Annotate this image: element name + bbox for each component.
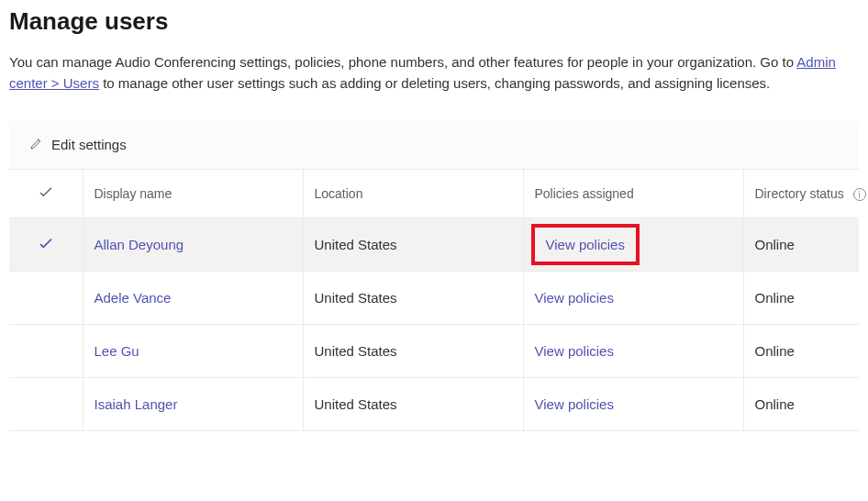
info-icon[interactable]: i <box>853 188 866 201</box>
row-select-cell[interactable] <box>9 272 83 325</box>
user-name-link[interactable]: Adele Vance <box>95 290 172 306</box>
directory-status-cell: Online <box>743 272 859 325</box>
edit-settings-label: Edit settings <box>51 137 127 152</box>
header-directory-status[interactable]: Directory status i <box>743 170 859 218</box>
display-name-cell: Isaiah Langer <box>83 378 303 431</box>
pencil-icon <box>29 136 44 153</box>
table-row[interactable]: Isaiah LangerUnited StatesView policiesO… <box>9 378 859 431</box>
view-policies-link[interactable]: View policies <box>535 396 614 412</box>
policies-cell: View policies <box>523 272 743 325</box>
user-name-link[interactable]: Lee Gu <box>95 343 139 359</box>
users-table: Display name Location Policies assigned … <box>9 169 859 431</box>
page-description: You can manage Audio Conferencing settin… <box>9 52 853 94</box>
directory-status-cell: Online <box>743 325 859 378</box>
page-title: Manage users <box>9 7 859 36</box>
edit-settings-button[interactable]: Edit settings <box>24 132 132 157</box>
user-name-link[interactable]: Allan Deyoung <box>95 237 184 252</box>
users-panel: Edit settings Display name Location Poli… <box>9 121 859 431</box>
display-name-cell: Allan Deyoung <box>83 218 303 272</box>
policies-cell: View policies <box>523 378 743 431</box>
highlight-box: View policies <box>531 224 640 265</box>
policies-cell: View policies <box>523 325 743 378</box>
view-policies-link[interactable]: View policies <box>546 237 625 252</box>
display-name-cell: Lee Gu <box>83 325 303 378</box>
row-select-cell[interactable] <box>9 325 83 378</box>
view-policies-link[interactable]: View policies <box>535 290 614 306</box>
table-row[interactable]: Lee GuUnited StatesView policiesOnline <box>9 325 859 378</box>
directory-status-cell: Online <box>743 378 859 431</box>
description-text-after: to manage other user settings such as ad… <box>103 75 770 91</box>
location-cell: United States <box>303 378 523 431</box>
row-select-cell[interactable] <box>9 378 83 431</box>
header-display-name[interactable]: Display name <box>83 170 303 218</box>
policies-cell: View policies <box>523 218 743 272</box>
check-icon <box>39 237 53 252</box>
header-location[interactable]: Location <box>303 170 523 218</box>
table-header-row: Display name Location Policies assigned … <box>9 170 859 218</box>
header-directory-status-label: Directory status <box>755 186 844 201</box>
display-name-cell: Adele Vance <box>83 272 303 325</box>
location-cell: United States <box>303 325 523 378</box>
table-row[interactable]: Adele VanceUnited StatesView policiesOnl… <box>9 272 859 325</box>
user-name-link[interactable]: Isaiah Langer <box>95 396 178 412</box>
header-select[interactable] <box>9 170 83 218</box>
toolbar: Edit settings <box>9 121 859 169</box>
check-icon <box>39 186 53 201</box>
directory-status-cell: Online <box>743 218 859 272</box>
view-policies-link[interactable]: View policies <box>535 343 614 359</box>
location-cell: United States <box>303 272 523 325</box>
row-select-cell[interactable] <box>9 218 83 272</box>
description-text-before: You can manage Audio Conferencing settin… <box>9 54 796 70</box>
table-row[interactable]: Allan DeyoungUnited StatesView policiesO… <box>9 218 859 272</box>
location-cell: United States <box>303 218 523 272</box>
header-policies-assigned[interactable]: Policies assigned <box>523 170 743 218</box>
